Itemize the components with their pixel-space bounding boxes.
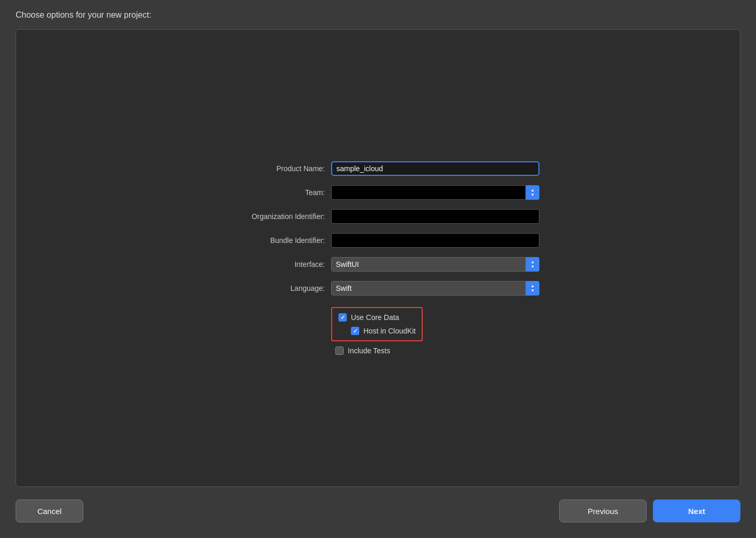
host-in-cloudkit-row[interactable]: ✓ Host in CloudKit: [351, 327, 415, 335]
next-button[interactable]: Next: [653, 499, 740, 522]
checkboxes-section: ✓ Use Core Data ✓ Host in CloudKit: [331, 307, 423, 355]
core-data-cloudkit-group: ✓ Use Core Data ✓ Host in CloudKit: [331, 307, 423, 341]
interface-label: Interface:: [217, 260, 331, 268]
use-core-data-label: Use Core Data: [351, 313, 399, 322]
org-identifier-label: Organization Identifier:: [217, 212, 331, 221]
product-name-label: Product Name:: [217, 164, 331, 173]
interface-stepper-arrows-icon: ▲ ▼: [531, 260, 535, 269]
org-identifier-row: Organization Identifier:: [217, 209, 539, 224]
team-input[interactable]: [331, 185, 526, 200]
interface-select-display: SwiftUI: [331, 257, 526, 272]
language-row: Language: Swift ▲ ▼: [217, 281, 539, 296]
footer: Cancel Previous Next: [16, 487, 740, 522]
bundle-identifier-label: Bundle Identifier:: [217, 236, 331, 245]
language-select-wrapper: Swift ▲ ▼: [331, 281, 539, 296]
interface-row: Interface: SwiftUI ▲ ▼: [217, 257, 539, 272]
host-in-cloudkit-checkmark: ✓: [353, 328, 358, 334]
bundle-identifier-input[interactable]: [331, 233, 539, 248]
page-title: Choose options for your new project:: [16, 10, 740, 20]
team-stepper-button[interactable]: ▲ ▼: [526, 185, 539, 200]
host-in-cloudkit-label: Host in CloudKit: [363, 327, 415, 335]
stepper-arrows-icon: ▲ ▼: [531, 188, 535, 197]
host-in-cloudkit-checkbox[interactable]: ✓: [351, 327, 359, 335]
org-identifier-input[interactable]: [331, 209, 539, 224]
include-tests-row[interactable]: Include Tests: [335, 347, 423, 355]
include-tests-label: Include Tests: [348, 347, 390, 355]
previous-button[interactable]: Previous: [559, 499, 647, 522]
language-stepper-button[interactable]: ▲ ▼: [526, 281, 539, 296]
language-stepper-arrows-icon: ▲ ▼: [531, 284, 535, 293]
interface-select-wrapper: SwiftUI ▲ ▼: [331, 257, 539, 272]
main-panel: Product Name: Team: ▲ ▼ Organization Ide…: [16, 29, 740, 487]
footer-right: Previous Next: [559, 499, 740, 522]
interface-stepper-button[interactable]: ▲ ▼: [526, 257, 539, 272]
use-core-data-row[interactable]: ✓ Use Core Data: [338, 313, 415, 322]
include-tests-checkbox[interactable]: [335, 347, 344, 355]
use-core-data-checkmark: ✓: [341, 315, 345, 321]
bundle-identifier-row: Bundle Identifier:: [217, 233, 539, 248]
form-container: Product Name: Team: ▲ ▼ Organization Ide…: [217, 161, 539, 355]
team-row: Team: ▲ ▼: [217, 185, 539, 200]
cancel-button[interactable]: Cancel: [16, 499, 83, 522]
team-label: Team:: [217, 188, 331, 197]
use-core-data-checkbox[interactable]: ✓: [338, 313, 347, 322]
language-label: Language:: [217, 284, 331, 292]
product-name-input[interactable]: [331, 161, 539, 176]
product-name-row: Product Name:: [217, 161, 539, 176]
team-input-wrapper: ▲ ▼: [331, 185, 539, 200]
language-select-display: Swift: [331, 281, 526, 296]
checkboxes-row: ✓ Use Core Data ✓ Host in CloudKit: [217, 305, 539, 355]
